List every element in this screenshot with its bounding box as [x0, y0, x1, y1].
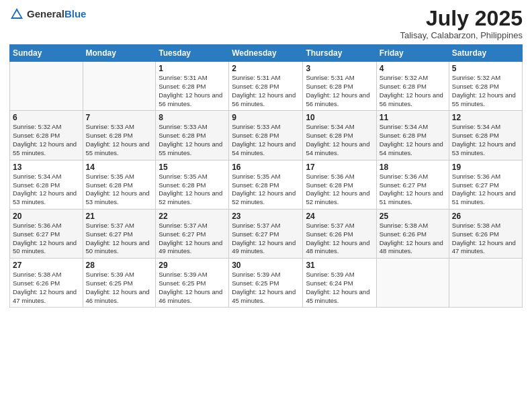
day-number: 18 [380, 163, 446, 172]
calendar-cell: 9Sunrise: 5:33 AMSunset: 6:28 PMDaylight… [229, 111, 303, 160]
day-info: Sunrise: 5:34 AMSunset: 6:28 PMDaylight:… [13, 173, 80, 207]
day-number: 25 [380, 212, 446, 221]
weekday-header-sunday: Sunday [10, 45, 83, 62]
calendar-cell: 27Sunrise: 5:38 AMSunset: 6:26 PMDayligh… [10, 259, 83, 308]
day-info: Sunrise: 5:31 AMSunset: 6:28 PMDaylight:… [306, 74, 373, 108]
calendar-cell [10, 62, 83, 111]
calendar-cell: 20Sunrise: 5:36 AMSunset: 6:27 PMDayligh… [10, 209, 83, 258]
weekday-header-friday: Friday [376, 45, 449, 62]
day-info: Sunrise: 5:34 AMSunset: 6:28 PMDaylight:… [380, 123, 446, 157]
day-number: 27 [13, 261, 80, 270]
day-number: 1 [159, 64, 226, 73]
weekday-header-tuesday: Tuesday [156, 45, 229, 62]
day-info: Sunrise: 5:32 AMSunset: 6:28 PMDaylight:… [452, 74, 519, 108]
day-info: Sunrise: 5:39 AMSunset: 6:25 PMDaylight:… [159, 271, 226, 305]
day-number: 17 [306, 163, 373, 172]
day-number: 14 [86, 163, 153, 172]
day-info: Sunrise: 5:31 AMSunset: 6:28 PMDaylight:… [232, 74, 300, 108]
weekday-header-row: SundayMondayTuesdayWednesdayThursdayFrid… [10, 45, 523, 62]
calendar-cell: 31Sunrise: 5:39 AMSunset: 6:24 PMDayligh… [303, 259, 376, 308]
calendar-cell: 5Sunrise: 5:32 AMSunset: 6:28 PMDaylight… [449, 62, 522, 111]
calendar-cell: 17Sunrise: 5:36 AMSunset: 6:28 PMDayligh… [303, 160, 376, 209]
calendar-cell: 8Sunrise: 5:33 AMSunset: 6:28 PMDaylight… [156, 111, 229, 160]
calendar-week-2: 6Sunrise: 5:32 AMSunset: 6:28 PMDaylight… [10, 111, 523, 160]
calendar-cell [449, 259, 522, 308]
day-info: Sunrise: 5:38 AMSunset: 6:26 PMDaylight:… [452, 222, 519, 256]
day-number: 9 [232, 113, 300, 122]
calendar-cell: 22Sunrise: 5:37 AMSunset: 6:27 PMDayligh… [156, 209, 229, 258]
calendar-cell: 19Sunrise: 5:36 AMSunset: 6:27 PMDayligh… [449, 160, 522, 209]
day-info: Sunrise: 5:36 AMSunset: 6:28 PMDaylight:… [306, 173, 373, 207]
weekday-header-wednesday: Wednesday [229, 45, 303, 62]
calendar-cell: 23Sunrise: 5:37 AMSunset: 6:27 PMDayligh… [229, 209, 303, 258]
day-info: Sunrise: 5:34 AMSunset: 6:28 PMDaylight:… [306, 123, 373, 157]
calendar-cell: 24Sunrise: 5:37 AMSunset: 6:26 PMDayligh… [303, 209, 376, 258]
day-info: Sunrise: 5:35 AMSunset: 6:28 PMDaylight:… [86, 173, 153, 207]
day-number: 20 [13, 212, 80, 221]
day-number: 26 [452, 212, 519, 221]
day-number: 8 [159, 113, 226, 122]
calendar-cell: 7Sunrise: 5:33 AMSunset: 6:28 PMDaylight… [83, 111, 156, 160]
calendar-cell [83, 62, 156, 111]
day-number: 5 [452, 64, 519, 73]
logo-text: GeneralBlue [27, 9, 86, 20]
day-number: 28 [86, 261, 153, 270]
day-number: 30 [232, 261, 300, 270]
weekday-header-thursday: Thursday [303, 45, 376, 62]
calendar-cell: 3Sunrise: 5:31 AMSunset: 6:28 PMDaylight… [303, 62, 376, 111]
day-info: Sunrise: 5:31 AMSunset: 6:28 PMDaylight:… [159, 74, 226, 108]
day-info: Sunrise: 5:39 AMSunset: 6:24 PMDaylight:… [306, 271, 373, 305]
day-info: Sunrise: 5:37 AMSunset: 6:26 PMDaylight:… [306, 222, 373, 256]
calendar-cell: 25Sunrise: 5:38 AMSunset: 6:26 PMDayligh… [376, 209, 449, 258]
calendar-cell: 10Sunrise: 5:34 AMSunset: 6:28 PMDayligh… [303, 111, 376, 160]
calendar-cell: 1Sunrise: 5:31 AMSunset: 6:28 PMDaylight… [156, 62, 229, 111]
day-info: Sunrise: 5:38 AMSunset: 6:26 PMDaylight:… [13, 271, 80, 305]
day-info: Sunrise: 5:32 AMSunset: 6:28 PMDaylight:… [380, 74, 446, 108]
day-number: 19 [452, 163, 519, 172]
day-info: Sunrise: 5:37 AMSunset: 6:27 PMDaylight:… [159, 222, 226, 256]
day-number: 31 [306, 261, 373, 270]
day-number: 10 [306, 113, 373, 122]
day-number: 22 [159, 212, 226, 221]
logo-general: General [27, 9, 64, 20]
day-number: 16 [232, 163, 300, 172]
day-info: Sunrise: 5:34 AMSunset: 6:28 PMDaylight:… [452, 123, 519, 157]
day-info: Sunrise: 5:36 AMSunset: 6:27 PMDaylight:… [13, 222, 80, 256]
calendar-cell: 13Sunrise: 5:34 AMSunset: 6:28 PMDayligh… [10, 160, 83, 209]
calendar-week-3: 13Sunrise: 5:34 AMSunset: 6:28 PMDayligh… [10, 160, 523, 209]
weekday-header-saturday: Saturday [449, 45, 522, 62]
calendar-cell: 28Sunrise: 5:39 AMSunset: 6:25 PMDayligh… [83, 259, 156, 308]
day-number: 13 [13, 163, 80, 172]
day-number: 24 [306, 212, 373, 221]
day-number: 23 [232, 212, 300, 221]
calendar-cell: 26Sunrise: 5:38 AMSunset: 6:26 PMDayligh… [449, 209, 522, 258]
day-info: Sunrise: 5:35 AMSunset: 6:28 PMDaylight:… [159, 173, 226, 207]
day-info: Sunrise: 5:36 AMSunset: 6:27 PMDaylight:… [452, 173, 519, 207]
calendar-cell: 18Sunrise: 5:36 AMSunset: 6:27 PMDayligh… [376, 160, 449, 209]
day-info: Sunrise: 5:39 AMSunset: 6:25 PMDaylight:… [232, 271, 300, 305]
day-info: Sunrise: 5:33 AMSunset: 6:28 PMDaylight:… [86, 123, 153, 157]
day-number: 21 [86, 212, 153, 221]
calendar-cell: 12Sunrise: 5:34 AMSunset: 6:28 PMDayligh… [449, 111, 522, 160]
day-info: Sunrise: 5:33 AMSunset: 6:28 PMDaylight:… [159, 123, 226, 157]
day-info: Sunrise: 5:37 AMSunset: 6:27 PMDaylight:… [86, 222, 153, 256]
calendar-cell: 15Sunrise: 5:35 AMSunset: 6:28 PMDayligh… [156, 160, 229, 209]
calendar-cell: 14Sunrise: 5:35 AMSunset: 6:28 PMDayligh… [83, 160, 156, 209]
day-info: Sunrise: 5:36 AMSunset: 6:27 PMDaylight:… [380, 173, 446, 207]
logo-icon [9, 7, 24, 21]
day-info: Sunrise: 5:38 AMSunset: 6:26 PMDaylight:… [380, 222, 446, 256]
day-number: 7 [86, 113, 153, 122]
logo-blue: Blue [64, 9, 87, 20]
subtitle: Talisay, Calabarzon, Philippines [400, 30, 523, 40]
day-number: 11 [380, 113, 446, 122]
logo: GeneralBlue [9, 7, 86, 21]
calendar-cell: 21Sunrise: 5:37 AMSunset: 6:27 PMDayligh… [83, 209, 156, 258]
day-number: 12 [452, 113, 519, 122]
day-number: 2 [232, 64, 300, 73]
calendar-week-1: 1Sunrise: 5:31 AMSunset: 6:28 PMDaylight… [10, 62, 523, 111]
day-info: Sunrise: 5:33 AMSunset: 6:28 PMDaylight:… [232, 123, 300, 157]
weekday-header-monday: Monday [83, 45, 156, 62]
calendar-week-5: 27Sunrise: 5:38 AMSunset: 6:26 PMDayligh… [10, 259, 523, 308]
day-number: 29 [159, 261, 226, 270]
calendar-cell: 2Sunrise: 5:31 AMSunset: 6:28 PMDaylight… [229, 62, 303, 111]
